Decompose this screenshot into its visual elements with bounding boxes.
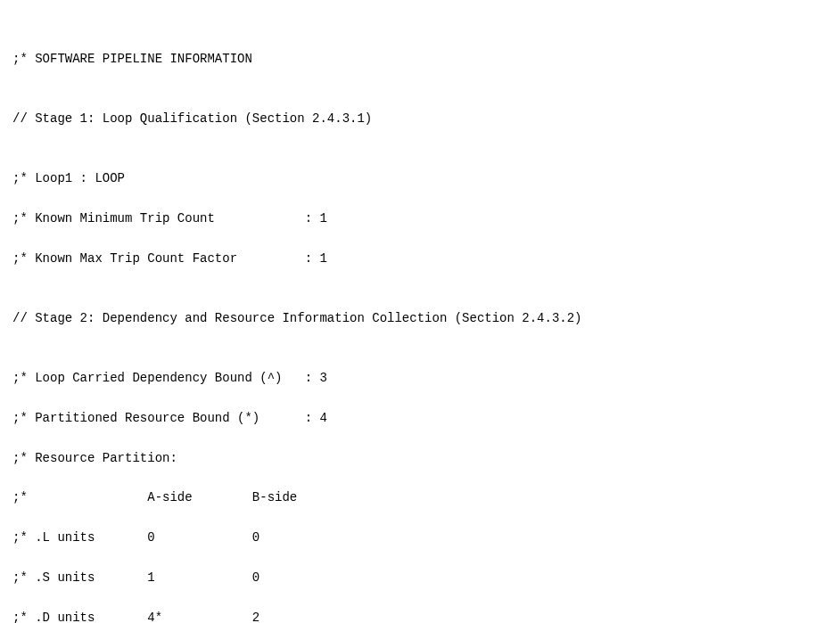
line-stage1-heading: // Stage 1: Loop Qualification (Section … <box>12 109 828 128</box>
line-loop-label: ;* Loop1 : LOOP <box>12 168 828 188</box>
line-resource-header: ;* A-side B-side <box>12 488 828 507</box>
line-carried-dep-bound: ;* Loop Carried Dependency Bound (^) : 3 <box>12 368 828 388</box>
line-max-trip-factor: ;* Known Max Trip Count Factor : 1 <box>12 249 828 268</box>
line-min-trip-count: ;* Known Minimum Trip Count : 1 <box>12 209 828 228</box>
line-title: ;* SOFTWARE PIPELINE INFORMATION <box>12 49 828 69</box>
line-stage2-heading: // Stage 2: Dependency and Resource Info… <box>12 308 828 328</box>
line-l-units: ;* .L units 0 0 <box>12 528 828 547</box>
line-resource-partition-label: ;* Resource Partition: <box>12 448 828 468</box>
line-s-units: ;* .S units 1 0 <box>12 568 828 587</box>
line-d-units: ;* .D units 4* 2 <box>12 608 828 623</box>
line-partitioned-res-bound: ;* Partitioned Resource Bound (*) : 4 <box>12 408 828 428</box>
